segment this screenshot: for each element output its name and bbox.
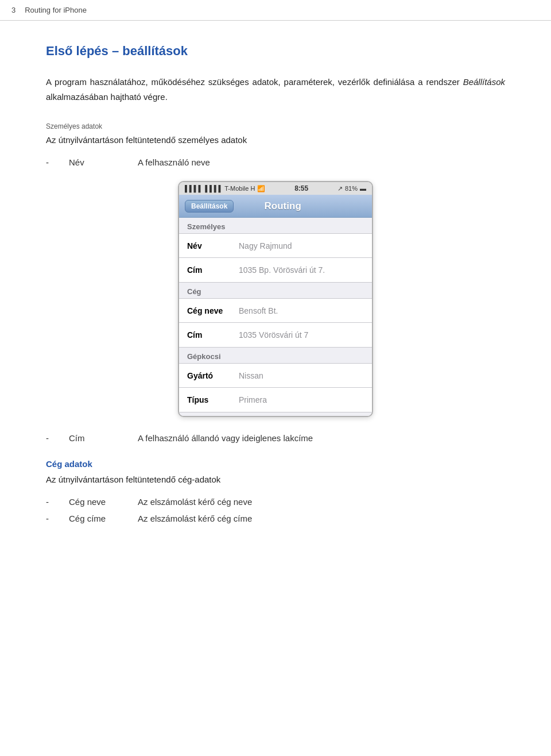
status-left: ▌▌▌▌ ▌▌▌▌ T-Mobile H 📶: [185, 185, 265, 192]
iphone-body: Személyes Név Nagy Rajmund Cím 1035 Bp. …: [179, 218, 372, 416]
ceg-adatok-desc: Az útnyilvántartáson feltüntetendő cég-a…: [46, 475, 505, 484]
ios-label-tipus: Típus: [187, 395, 239, 404]
ios-value-tipus: Primera: [239, 395, 267, 404]
ios-row-gyarto: Gyártó Nissan: [179, 364, 372, 388]
header-title: Routing for iPhone: [25, 6, 87, 14]
ios-value-gyarto: Nissan: [239, 371, 263, 380]
wifi-icon: 📶: [257, 185, 265, 192]
bullet-cegnev-label: Cég neve: [69, 497, 138, 507]
ios-section-szem: Személyes: [179, 218, 372, 233]
ios-table-ceg: Cég neve Bensoft Bt. Cím 1035 Vörösvári …: [179, 298, 372, 348]
szem-adatok-section: Személyes adatok Az útnyilvántartáson fe…: [46, 122, 505, 167]
ios-label-cegnev: Cég neve: [187, 306, 239, 315]
bullet-dash: -: [46, 157, 69, 167]
ios-row-cegnev: Cég neve Bensoft Bt.: [179, 299, 372, 323]
phone-mockup: ▌▌▌▌ ▌▌▌▌ T-Mobile H 📶 8:55 ↗ 81% ▬ Beál…: [46, 181, 505, 417]
ios-row-cegcim: Cím 1035 Vörösvári út 7: [179, 323, 372, 347]
szem-adatok-label: Személyes adatok: [46, 122, 505, 130]
battery-text: 81%: [345, 185, 358, 192]
ios-value-nev: Nagy Rajmund: [239, 241, 292, 250]
intro-paragraph: A program használatához, működéséhez szü…: [46, 75, 505, 104]
ios-label-gyarto: Gyártó: [187, 371, 239, 380]
status-time: 8:55: [294, 184, 308, 192]
section-heading: Első lépés – beállítások: [46, 44, 505, 59]
main-content: Első lépés – beállítások A program haszn…: [0, 21, 551, 553]
bullet-nev-label: Név: [69, 157, 138, 167]
ios-section-gepkocsi: Gépkocsi: [179, 348, 372, 363]
battery-icon: ▬: [360, 185, 366, 192]
ios-table-szem: Név Nagy Rajmund Cím 1035 Bp. Vörösvári …: [179, 233, 372, 283]
header-bar: 3 Routing for iPhone: [0, 0, 551, 21]
bullet-cegnev: - Cég neve Az elszámolást kérő cég neve: [46, 497, 505, 507]
status-right: ↗ 81% ▬: [337, 185, 366, 192]
ios-row-cim: Cím 1035 Bp. Vörösvári út 7.: [179, 258, 372, 282]
ios-row-nev: Név Nagy Rajmund: [179, 234, 372, 258]
bullet-cim: - Cím A felhasználó állandó vagy ideigle…: [46, 433, 505, 443]
signal-icon: ▌▌▌▌: [185, 185, 203, 192]
bullet-nev-desc: A felhasználó neve: [138, 157, 210, 167]
ceg-adatok-heading: Cég adatok: [46, 459, 505, 469]
nav-bar: Beállítások Routing: [179, 195, 372, 218]
direction-icon: ↗: [337, 185, 343, 192]
carrier-name: ▌▌▌▌ T-Mobile H: [205, 185, 255, 192]
bullet-cegnev-desc: Az elszámolást kérő cég neve: [138, 497, 252, 507]
bullet-dash-cegnev: -: [46, 497, 69, 507]
ios-row-tipus: Típus Primera: [179, 388, 372, 412]
ios-section-ceg: Cég: [179, 283, 372, 298]
back-button[interactable]: Beállítások: [185, 200, 234, 213]
ios-value-cegnev: Bensoft Bt.: [239, 306, 278, 315]
bullet-cegcim-label: Cég címe: [69, 514, 138, 523]
bullet-cim-desc: A felhasználó állandó vagy ideiglenes la…: [138, 433, 313, 443]
nav-title: Routing: [234, 200, 332, 212]
ios-value-cegcim: 1035 Vörösvári út 7: [239, 330, 308, 340]
ios-label-nev: Név: [187, 241, 239, 250]
bullet-cegcim-desc: Az elszámolást kérő cég címe: [138, 514, 252, 523]
bullet-dash-cim: -: [46, 433, 69, 443]
szem-adatok-desc: Az útnyilvántartáson feltüntetendő szemé…: [46, 135, 505, 145]
ios-label-cim: Cím: [187, 265, 239, 275]
ios-label-cegcim: Cím: [187, 330, 239, 340]
status-bar: ▌▌▌▌ ▌▌▌▌ T-Mobile H 📶 8:55 ↗ 81% ▬: [179, 182, 372, 195]
bullet-cim-label: Cím: [69, 433, 138, 443]
iphone-frame: ▌▌▌▌ ▌▌▌▌ T-Mobile H 📶 8:55 ↗ 81% ▬ Beál…: [178, 181, 373, 417]
bullet-cegcim: - Cég címe Az elszámolást kérő cég címe: [46, 514, 505, 523]
ios-value-cim: 1035 Bp. Vörösvári út 7.: [239, 265, 325, 275]
bullet-nev: - Név A felhasználó neve: [46, 157, 505, 167]
page-number: 3: [11, 6, 15, 14]
bullet-dash-cegcim: -: [46, 514, 69, 523]
ios-table-gepkocsi: Gyártó Nissan Típus Primera: [179, 363, 372, 412]
